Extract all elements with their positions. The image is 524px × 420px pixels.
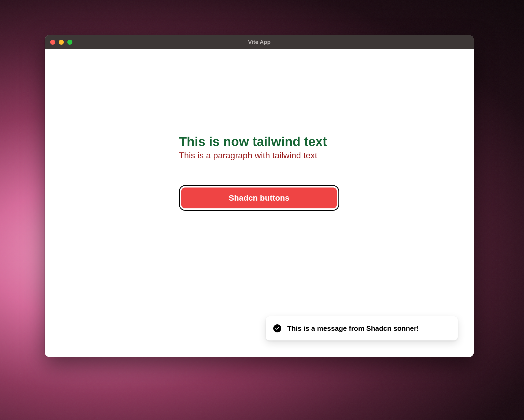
traffic-lights: [45, 40, 72, 45]
maximize-window-button[interactable]: [67, 40, 72, 45]
close-window-button[interactable]: [50, 40, 55, 45]
toast-message: This is a message from Shadcn sonner!: [287, 324, 419, 333]
app-content: This is now tailwind text This is a para…: [45, 49, 474, 357]
page-heading: This is now tailwind text: [179, 135, 474, 149]
window-title: Vite App: [45, 39, 474, 45]
page-paragraph: This is a paragraph with tailwind text: [179, 151, 474, 160]
app-window: Vite App This is now tailwind text This …: [45, 35, 474, 357]
minimize-window-button[interactable]: [59, 40, 64, 45]
shadcn-button-label: Shadcn buttons: [181, 188, 337, 208]
shadcn-button[interactable]: Shadcn buttons: [179, 185, 339, 211]
toast-notification[interactable]: This is a message from Shadcn sonner!: [266, 316, 458, 340]
check-circle-icon: [273, 324, 281, 332]
window-titlebar: Vite App: [45, 35, 474, 49]
